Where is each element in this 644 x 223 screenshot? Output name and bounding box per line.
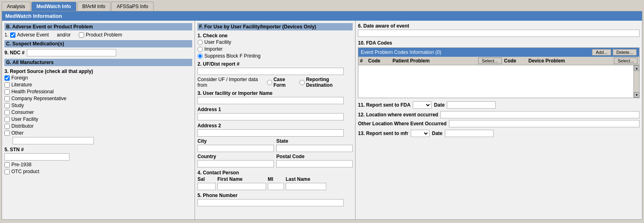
- other-text-input[interactable]: [13, 137, 94, 144]
- report-mfr-date-label: Date: [432, 131, 442, 136]
- product-problem-label[interactable]: Product Problem: [79, 32, 122, 38]
- pre1938-checkbox[interactable]: [4, 162, 10, 167]
- select1-button[interactable]: Select...: [478, 58, 502, 64]
- contact-row: Sal First Name MI Last Name: [197, 176, 353, 190]
- consider-label: Consider UF / Importer data from: [197, 77, 264, 88]
- radio-label: User Facility: [204, 39, 231, 45]
- source-row: Distributor: [4, 123, 192, 129]
- item1-number: 1.: [4, 32, 9, 38]
- tab-bfarm-info[interactable]: BfArM Info: [77, 2, 111, 11]
- event-problem-box: Event Problem Codes Information (0) Add.…: [358, 47, 640, 98]
- otc-row: OTC product: [4, 169, 192, 174]
- source-checkbox[interactable]: [4, 89, 10, 94]
- reporting-dest-radio[interactable]: [299, 80, 305, 85]
- otc-checkbox[interactable]: [4, 169, 10, 174]
- postal-input[interactable]: [276, 160, 353, 167]
- event-problem-header: Event Problem Codes Information (0) Add.…: [358, 48, 639, 57]
- report-fda-label: 11. Report sent to FDA: [358, 102, 410, 108]
- check-one-radio[interactable]: [197, 47, 203, 52]
- source-checkbox[interactable]: [4, 82, 10, 88]
- state-input[interactable]: [276, 145, 353, 152]
- country-col: Country: [197, 154, 274, 167]
- ufdist-input[interactable]: [197, 68, 344, 75]
- fda-codes-label: 10. FDA Codes: [358, 40, 640, 46]
- report-mfr-label: 13. Report sent to mfr: [358, 131, 408, 136]
- scroll-up[interactable]: ▲: [634, 65, 640, 71]
- scrollbar[interactable]: ▲ ▼: [633, 65, 639, 98]
- table-body-area: ▲ ▼: [358, 65, 639, 98]
- fname-input[interactable]: [217, 183, 266, 190]
- mi-input[interactable]: [268, 183, 284, 190]
- check-one-radio[interactable]: [197, 40, 203, 45]
- pre1938-label: Pre-1938: [11, 162, 31, 167]
- user-facility-input[interactable]: [197, 97, 344, 104]
- adverse-event-label: Adverse Event: [17, 32, 49, 38]
- state-col: State: [276, 138, 353, 152]
- main-panel: MedWatch Information B. Adverse Event or…: [2, 11, 642, 220]
- phone-label: 5. Phone Number: [197, 193, 353, 198]
- event-problem-title: Event Problem Codes Information (0): [361, 49, 441, 55]
- source-checkbox[interactable]: [4, 96, 10, 101]
- add-button[interactable]: Add...: [592, 49, 611, 56]
- section-f-header: F. For Use by User Facility/Importer (De…: [197, 23, 353, 30]
- check-one-radio[interactable]: [197, 54, 203, 59]
- tab-medwatch-info[interactable]: MedWatch Info: [31, 2, 76, 11]
- phone-input[interactable]: [197, 199, 344, 206]
- adverse-event-checkbox[interactable]: [10, 32, 15, 38]
- date-aware-label: 6. Date aware of event: [358, 23, 640, 29]
- sal-input[interactable]: [197, 183, 216, 190]
- country-input[interactable]: [197, 160, 274, 167]
- stn-input[interactable]: [4, 153, 69, 161]
- source-checkbox[interactable]: [4, 110, 10, 115]
- product-problem-checkbox[interactable]: [79, 32, 84, 38]
- source-row: Health Professional: [4, 89, 192, 94]
- source-label: Foreign: [11, 75, 28, 81]
- stn-label: 5. STN #: [4, 147, 24, 152]
- address2-input[interactable]: [197, 129, 344, 137]
- check-one-label: 1. Check one: [197, 33, 353, 39]
- other-location-input[interactable]: [449, 120, 640, 127]
- source-checkbox[interactable]: [4, 75, 10, 81]
- reporting-dest-label[interactable]: Reporting Destination: [299, 77, 353, 88]
- tab-analysis[interactable]: Analysis: [2, 2, 30, 11]
- date-aware-input[interactable]: [358, 30, 640, 37]
- tab-afssaps-info[interactable]: AFSSaPS Info: [111, 2, 153, 11]
- radio-label: Suppress Block F Printing: [204, 53, 260, 59]
- source-checkbox[interactable]: [4, 124, 10, 129]
- country-postal-row: Country Postal Code: [197, 154, 353, 167]
- stn-row: 5. STN #: [4, 147, 192, 161]
- delete-button[interactable]: Delete...: [613, 49, 637, 56]
- ndc-input[interactable]: [27, 49, 116, 56]
- scroll-down[interactable]: ▼: [634, 92, 640, 98]
- source-checkbox[interactable]: [4, 103, 10, 108]
- location-input[interactable]: [440, 111, 640, 118]
- lname-input[interactable]: [286, 183, 326, 190]
- source-label: Literature: [11, 82, 32, 88]
- contact-label: 4. Contact Person: [197, 170, 353, 176]
- select2-button[interactable]: Select...: [614, 58, 637, 64]
- report-mfr-date-input[interactable]: [445, 130, 494, 137]
- col-device-problem: Device Problem: [529, 58, 614, 64]
- city-input[interactable]: [197, 145, 274, 152]
- report-source-label: 3. Report Source (check all that apply): [4, 69, 192, 74]
- report-fda-date-input[interactable]: [447, 101, 496, 109]
- source-label: Other: [11, 130, 24, 136]
- lname-label: Last Name: [286, 176, 326, 182]
- address1-input[interactable]: [197, 113, 344, 120]
- source-checkbox[interactable]: [4, 117, 10, 122]
- report-mfr-select[interactable]: Yes No: [411, 130, 429, 137]
- case-form-label[interactable]: Case Form: [267, 77, 296, 88]
- source-row: Other: [4, 130, 192, 136]
- product-problem-text: Product Problem: [86, 32, 122, 38]
- city-state-row: City State: [197, 138, 353, 152]
- source-checkbox[interactable]: [4, 131, 10, 136]
- location-section: 12. Location where event occurred Other …: [358, 111, 640, 127]
- report-fda-select[interactable]: Yes No: [413, 101, 432, 109]
- adverse-event-check-label[interactable]: Adverse Event: [10, 32, 49, 38]
- case-form-text: Case Form: [273, 77, 296, 88]
- case-form-radio[interactable]: [267, 80, 272, 85]
- col-patient-problem: Patient Problem: [392, 58, 478, 64]
- lname-field: Last Name: [286, 176, 326, 190]
- source-label: Distributor: [11, 123, 34, 129]
- address2-label: Address 2: [197, 123, 353, 129]
